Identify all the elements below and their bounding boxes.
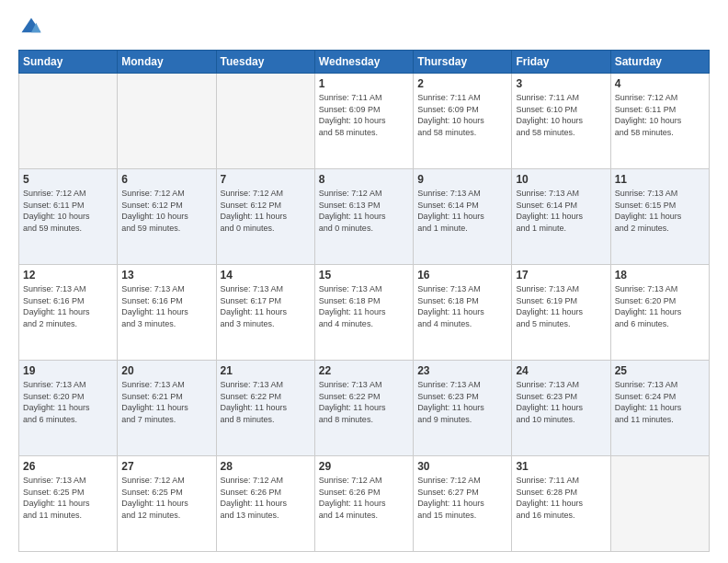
day-info: Sunrise: 7:11 AM Sunset: 6:09 PM Dayligh… [417, 92, 507, 138]
table-row: 15Sunrise: 7:13 AM Sunset: 6:18 PM Dayli… [314, 265, 413, 361]
day-number: 2 [417, 77, 507, 90]
table-row: 8Sunrise: 7:12 AM Sunset: 6:13 PM Daylig… [314, 169, 413, 265]
day-info: Sunrise: 7:13 AM Sunset: 6:20 PM Dayligh… [23, 379, 113, 425]
day-number: 24 [516, 364, 606, 377]
day-info: Sunrise: 7:11 AM Sunset: 6:28 PM Dayligh… [516, 475, 606, 521]
day-info: Sunrise: 7:13 AM Sunset: 6:22 PM Dayligh… [319, 379, 409, 425]
day-number: 8 [319, 173, 409, 186]
day-number: 7 [221, 173, 311, 186]
day-number: 12 [23, 269, 113, 282]
day-info: Sunrise: 7:13 AM Sunset: 6:23 PM Dayligh… [516, 379, 606, 425]
table-row: 10Sunrise: 7:13 AM Sunset: 6:14 PM Dayli… [512, 169, 610, 265]
day-number: 30 [417, 460, 507, 473]
col-friday: Friday [512, 51, 610, 74]
day-info: Sunrise: 7:13 AM Sunset: 6:21 PM Dayligh… [121, 379, 211, 425]
day-number: 26 [23, 460, 113, 473]
day-info: Sunrise: 7:11 AM Sunset: 6:09 PM Dayligh… [319, 92, 409, 138]
day-info: Sunrise: 7:12 AM Sunset: 6:27 PM Dayligh… [417, 475, 507, 521]
calendar-header-row: Sunday Monday Tuesday Wednesday Thursday… [19, 51, 710, 74]
day-info: Sunrise: 7:12 AM Sunset: 6:12 PM Dayligh… [221, 188, 311, 234]
day-number: 17 [516, 269, 606, 282]
day-number: 19 [23, 364, 113, 377]
col-sunday: Sunday [19, 51, 118, 74]
day-number: 27 [121, 460, 211, 473]
table-row: 17Sunrise: 7:13 AM Sunset: 6:19 PM Dayli… [512, 265, 610, 361]
table-row: 18Sunrise: 7:13 AM Sunset: 6:20 PM Dayli… [610, 265, 709, 361]
table-row: 21Sunrise: 7:13 AM Sunset: 6:22 PM Dayli… [216, 361, 314, 456]
logo-icon [18, 15, 44, 40]
table-row: 31Sunrise: 7:11 AM Sunset: 6:28 PM Dayli… [512, 456, 610, 552]
day-number: 1 [319, 77, 409, 90]
col-tuesday: Tuesday [216, 51, 314, 74]
table-row: 29Sunrise: 7:12 AM Sunset: 6:26 PM Dayli… [314, 456, 413, 552]
day-number: 11 [615, 173, 705, 186]
table-row: 7Sunrise: 7:12 AM Sunset: 6:12 PM Daylig… [216, 169, 314, 265]
day-number: 6 [121, 173, 211, 186]
day-number: 16 [417, 269, 507, 282]
day-number: 22 [319, 364, 409, 377]
table-row: 3Sunrise: 7:11 AM Sunset: 6:10 PM Daylig… [512, 74, 610, 169]
table-row: 16Sunrise: 7:13 AM Sunset: 6:18 PM Dayli… [414, 265, 512, 361]
col-wednesday: Wednesday [314, 51, 413, 74]
table-row [19, 74, 118, 169]
day-number: 20 [121, 364, 211, 377]
day-info: Sunrise: 7:13 AM Sunset: 6:17 PM Dayligh… [221, 283, 311, 329]
table-row: 11Sunrise: 7:13 AM Sunset: 6:15 PM Dayli… [610, 169, 709, 265]
calendar-week-row: 1Sunrise: 7:11 AM Sunset: 6:09 PM Daylig… [19, 74, 710, 169]
day-number: 15 [319, 269, 409, 282]
table-row: 4Sunrise: 7:12 AM Sunset: 6:11 PM Daylig… [610, 74, 709, 169]
day-number: 28 [221, 460, 311, 473]
day-number: 25 [615, 364, 705, 377]
day-info: Sunrise: 7:12 AM Sunset: 6:11 PM Dayligh… [615, 92, 705, 138]
day-info: Sunrise: 7:13 AM Sunset: 6:22 PM Dayligh… [221, 379, 311, 425]
day-number: 23 [417, 364, 507, 377]
table-row: 1Sunrise: 7:11 AM Sunset: 6:09 PM Daylig… [314, 74, 413, 169]
day-number: 31 [516, 460, 606, 473]
day-info: Sunrise: 7:12 AM Sunset: 6:12 PM Dayligh… [121, 188, 211, 234]
calendar-table: Sunday Monday Tuesday Wednesday Thursday… [18, 50, 710, 552]
table-row: 23Sunrise: 7:13 AM Sunset: 6:23 PM Dayli… [414, 361, 512, 456]
day-info: Sunrise: 7:13 AM Sunset: 6:24 PM Dayligh… [615, 379, 705, 425]
day-number: 5 [23, 173, 113, 186]
day-info: Sunrise: 7:13 AM Sunset: 6:19 PM Dayligh… [516, 283, 606, 329]
calendar-week-row: 12Sunrise: 7:13 AM Sunset: 6:16 PM Dayli… [19, 265, 710, 361]
day-info: Sunrise: 7:13 AM Sunset: 6:20 PM Dayligh… [615, 283, 705, 329]
table-row [118, 74, 216, 169]
day-info: Sunrise: 7:13 AM Sunset: 6:16 PM Dayligh… [121, 283, 211, 329]
table-row: 20Sunrise: 7:13 AM Sunset: 6:21 PM Dayli… [118, 361, 216, 456]
table-row [610, 456, 709, 552]
header [18, 15, 710, 40]
table-row: 9Sunrise: 7:13 AM Sunset: 6:14 PM Daylig… [414, 169, 512, 265]
day-info: Sunrise: 7:12 AM Sunset: 6:25 PM Dayligh… [121, 475, 211, 521]
table-row [216, 74, 314, 169]
day-info: Sunrise: 7:13 AM Sunset: 6:16 PM Dayligh… [23, 283, 113, 329]
day-number: 29 [319, 460, 409, 473]
logo [18, 15, 48, 40]
day-info: Sunrise: 7:12 AM Sunset: 6:26 PM Dayligh… [221, 475, 311, 521]
table-row: 5Sunrise: 7:12 AM Sunset: 6:11 PM Daylig… [19, 169, 118, 265]
table-row: 13Sunrise: 7:13 AM Sunset: 6:16 PM Dayli… [118, 265, 216, 361]
page: Sunday Monday Tuesday Wednesday Thursday… [0, 0, 728, 563]
table-row: 30Sunrise: 7:12 AM Sunset: 6:27 PM Dayli… [414, 456, 512, 552]
table-row: 28Sunrise: 7:12 AM Sunset: 6:26 PM Dayli… [216, 456, 314, 552]
calendar-week-row: 5Sunrise: 7:12 AM Sunset: 6:11 PM Daylig… [19, 169, 710, 265]
day-number: 13 [121, 269, 211, 282]
day-info: Sunrise: 7:13 AM Sunset: 6:18 PM Dayligh… [319, 283, 409, 329]
table-row: 19Sunrise: 7:13 AM Sunset: 6:20 PM Dayli… [19, 361, 118, 456]
day-number: 4 [615, 77, 705, 90]
day-info: Sunrise: 7:12 AM Sunset: 6:13 PM Dayligh… [319, 188, 409, 234]
table-row: 2Sunrise: 7:11 AM Sunset: 6:09 PM Daylig… [414, 74, 512, 169]
day-number: 21 [221, 364, 311, 377]
day-info: Sunrise: 7:12 AM Sunset: 6:26 PM Dayligh… [319, 475, 409, 521]
col-thursday: Thursday [414, 51, 512, 74]
day-info: Sunrise: 7:13 AM Sunset: 6:14 PM Dayligh… [516, 188, 606, 234]
day-number: 14 [221, 269, 311, 282]
col-monday: Monday [118, 51, 216, 74]
day-number: 9 [417, 173, 507, 186]
day-number: 3 [516, 77, 606, 90]
table-row: 27Sunrise: 7:12 AM Sunset: 6:25 PM Dayli… [118, 456, 216, 552]
day-info: Sunrise: 7:11 AM Sunset: 6:10 PM Dayligh… [516, 92, 606, 138]
table-row: 14Sunrise: 7:13 AM Sunset: 6:17 PM Dayli… [216, 265, 314, 361]
day-info: Sunrise: 7:13 AM Sunset: 6:15 PM Dayligh… [615, 188, 705, 234]
day-info: Sunrise: 7:13 AM Sunset: 6:25 PM Dayligh… [23, 475, 113, 521]
